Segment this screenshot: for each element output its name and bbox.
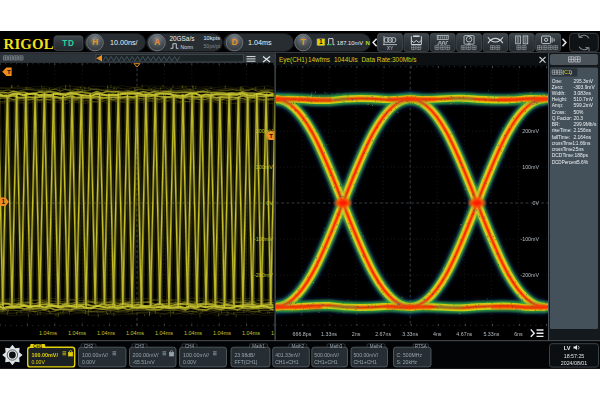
svg-text:0V: 0V <box>533 200 540 206</box>
svg-text:1.04ms: 1.04ms <box>248 38 272 47</box>
svg-text:crossTime2:: crossTime2: <box>552 147 577 152</box>
svg-text:T: T <box>7 68 11 75</box>
svg-text:200mV: 200mV <box>256 128 273 134</box>
svg-text:Math1: Math1 <box>252 344 265 349</box>
svg-text:Height:: Height: <box>552 97 568 102</box>
svg-text:D: D <box>231 37 237 47</box>
svg-text:CH1+CH1: CH1+CH1 <box>354 359 378 365</box>
svg-text:23.98dB/: 23.98dB/ <box>235 352 256 358</box>
svg-text:N: N <box>366 40 370 46</box>
svg-text:1.04ms: 1.04ms <box>68 330 86 336</box>
svg-text:riseTime:: riseTime: <box>552 128 572 133</box>
svg-text:0V: 0V <box>266 200 273 206</box>
svg-text:10.00ns/: 10.00ns/ <box>110 38 138 47</box>
svg-text:1: 1 <box>319 38 323 45</box>
svg-text:1.04ms: 1.04ms <box>184 330 202 336</box>
svg-text:0.00V: 0.00V <box>183 359 197 365</box>
svg-text:20GSa/s: 20GSa/s <box>170 35 195 42</box>
svg-text:-100mV: -100mV <box>254 236 273 242</box>
svg-text:188ps: 188ps <box>575 153 589 158</box>
svg-text:T: T <box>300 37 306 47</box>
svg-text:C: 500MHz: C: 500MHz <box>397 352 423 358</box>
svg-text:1.04ms: 1.04ms <box>242 330 260 336</box>
svg-text:One:: One: <box>552 79 563 84</box>
svg-text:CH1: CH1 <box>33 344 42 349</box>
svg-text:2024/08/01: 2024/08/01 <box>561 360 588 366</box>
svg-text:Norm: Norm <box>181 44 194 50</box>
svg-text:18:57:25: 18:57:25 <box>564 353 585 359</box>
svg-text:5.33ns: 5.33ns <box>483 331 499 337</box>
svg-text:3.33ns: 3.33ns <box>402 331 418 337</box>
svg-text:Math2: Math2 <box>292 344 305 349</box>
svg-text:100.00mV/: 100.00mV/ <box>183 352 210 358</box>
svg-text:1.04ms: 1.04ms <box>126 330 144 336</box>
svg-text:-200mV: -200mV <box>254 272 273 278</box>
svg-text:1.04ms: 1.04ms <box>39 330 57 336</box>
svg-text:4ns: 4ns <box>433 331 442 337</box>
svg-text:50ps/pt: 50ps/pt <box>204 43 221 49</box>
svg-text:CH2: CH2 <box>84 344 93 349</box>
svg-text:299.9Mb/s: 299.9Mb/s <box>574 122 597 127</box>
svg-text:2ns: 2ns <box>352 331 361 337</box>
svg-text:2.164ns: 2.164ns <box>574 135 592 140</box>
svg-text:1: 1 <box>1 198 5 205</box>
svg-text:crossTime1:: crossTime1: <box>552 141 577 146</box>
svg-text:20.3: 20.3 <box>574 116 584 121</box>
svg-text:-200mV: -200mV <box>520 272 539 278</box>
svg-text:2.67ns: 2.67ns <box>375 331 391 337</box>
svg-text:1.33ns: 1.33ns <box>321 331 337 337</box>
svg-text:Eye(CH1): Eye(CH1) <box>279 56 307 64</box>
svg-text:500.00mV/: 500.00mV/ <box>314 352 339 358</box>
svg-text:3.083ns: 3.083ns <box>574 91 592 96</box>
svg-text:666.8ps: 666.8ps <box>293 331 312 337</box>
svg-text:Amp:: Amp: <box>552 103 563 108</box>
svg-text:TD: TD <box>62 39 75 48</box>
svg-text:Math3: Math3 <box>330 344 343 349</box>
svg-text:CH1+CH1: CH1+CH1 <box>275 359 299 365</box>
svg-text:RIGOL: RIGOL <box>4 36 54 52</box>
svg-text:0.00V: 0.00V <box>82 359 96 365</box>
svg-text:RTSA: RTSA <box>415 344 427 349</box>
svg-text:401.33mV/: 401.33mV/ <box>275 352 300 358</box>
svg-text:Width:: Width: <box>552 91 566 96</box>
svg-text:S: 20kHz: S: 20kHz <box>397 359 418 365</box>
svg-text:fallTime:: fallTime: <box>552 135 570 140</box>
svg-text:T: T <box>269 133 273 139</box>
svg-text:1.04ms: 1.04ms <box>97 330 115 336</box>
svg-text:Data Rate:300Mb/s: Data Rate:300Mb/s <box>362 56 417 63</box>
svg-text:CH3: CH3 <box>135 344 144 349</box>
svg-text:BR:: BR: <box>552 122 560 127</box>
svg-text:200mV: 200mV <box>522 128 539 134</box>
svg-text:100mV: 100mV <box>256 164 273 170</box>
svg-text:50%: 50% <box>574 110 584 115</box>
svg-text:Math4: Math4 <box>370 344 383 349</box>
svg-text:599.2mV: 599.2mV <box>574 103 594 108</box>
svg-text:6ns: 6ns <box>514 331 523 337</box>
svg-text:Cross:: Cross: <box>552 110 566 115</box>
svg-text:XY: XY <box>387 46 394 51</box>
svg-text:1.04ms: 1.04ms <box>155 330 173 336</box>
svg-text:100mV: 100mV <box>522 164 539 170</box>
svg-text:1.66ns: 1.66ns <box>576 141 591 146</box>
svg-text:-100mV: -100mV <box>520 236 539 242</box>
svg-text:100.00mV/: 100.00mV/ <box>32 352 59 358</box>
svg-text:100.00mV/: 100.00mV/ <box>82 352 109 358</box>
svg-text:10kpts: 10kpts <box>204 35 221 41</box>
svg-text:Q Factor:: Q Factor: <box>552 116 572 121</box>
svg-text:LV: LV <box>564 345 571 351</box>
svg-text:2.156ns: 2.156ns <box>574 128 592 133</box>
svg-text:187.10mV: 187.10mV <box>337 40 364 46</box>
svg-text:5ns: 5ns <box>576 147 584 152</box>
svg-text:510.7mV: 510.7mV <box>574 97 594 102</box>
svg-text:FFT(CH1): FFT(CH1) <box>235 359 258 365</box>
svg-text:A: A <box>154 37 160 47</box>
svg-text:295.3mV: 295.3mV <box>574 79 594 84</box>
svg-text:1.04ms: 1.04ms <box>213 330 231 336</box>
svg-text:CH4: CH4 <box>185 344 194 349</box>
svg-text:-65.51mV: -65.51mV <box>133 359 156 365</box>
svg-text:-303.9mV: -303.9mV <box>574 85 596 90</box>
svg-text:500.00mV/: 500.00mV/ <box>354 352 379 358</box>
svg-text:200.00mV/: 200.00mV/ <box>133 352 160 358</box>
svg-text:1044UIs: 1044UIs <box>334 56 358 63</box>
svg-text:14wfms: 14wfms <box>308 56 330 63</box>
